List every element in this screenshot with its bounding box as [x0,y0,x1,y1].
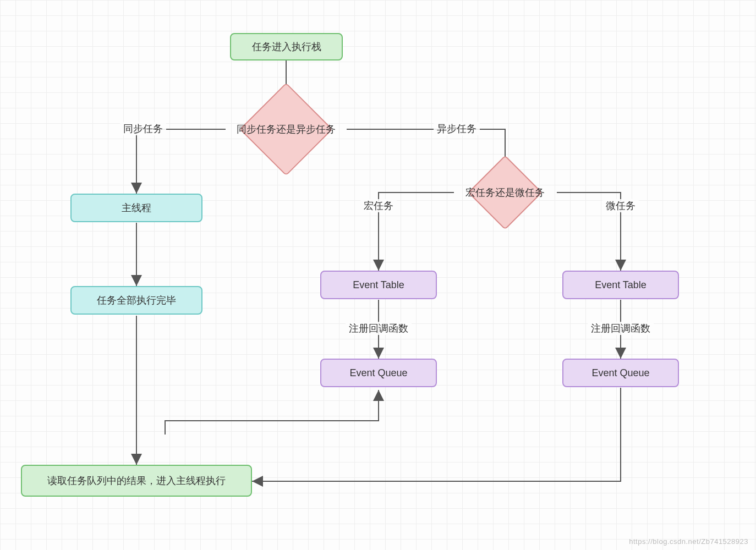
node-main-thread: 主线程 [70,194,202,222]
node-event-queue-macro: Event Queue [320,359,437,387]
node-start: 任务进入执行栈 [230,33,343,61]
node-event-table-macro: Event Table [320,271,437,299]
node-event-table-micro: Event Table [562,271,679,299]
node-event-queue-micro: Event Queue [562,359,679,387]
label-main-thread: 主线程 [122,201,151,215]
label-finish: 读取任务队列中的结果，进入主线程执行 [47,474,226,487]
edge-async: 异步任务 [434,122,480,135]
label-event-queue-macro: Event Queue [349,367,407,379]
label-start: 任务进入执行栈 [252,40,321,53]
label-event-table-macro: Event Table [353,279,404,291]
node-all-done: 任务全部执行完毕 [70,286,202,315]
label-event-table-micro: Event Table [595,279,647,291]
edge-sync: 同步任务 [120,122,166,135]
label-decision2: 宏任务还是微任务 [446,182,565,204]
label-event-queue-micro: Event Queue [591,367,649,379]
edge-register-micro: 注册回调函数 [588,322,654,335]
node-finish: 读取任务队列中的结果，进入主线程执行 [21,465,252,497]
edge-register-macro: 注册回调函数 [346,322,412,335]
edge-micro: 微任务 [602,199,639,212]
edge-macro: 宏任务 [360,199,397,212]
label-all-done: 任务全部执行完毕 [97,294,176,307]
label-decision1: 同步任务还是异步任务 [220,117,352,142]
watermark: https://blog.csdn.net/Zb741528923 [629,537,748,546]
